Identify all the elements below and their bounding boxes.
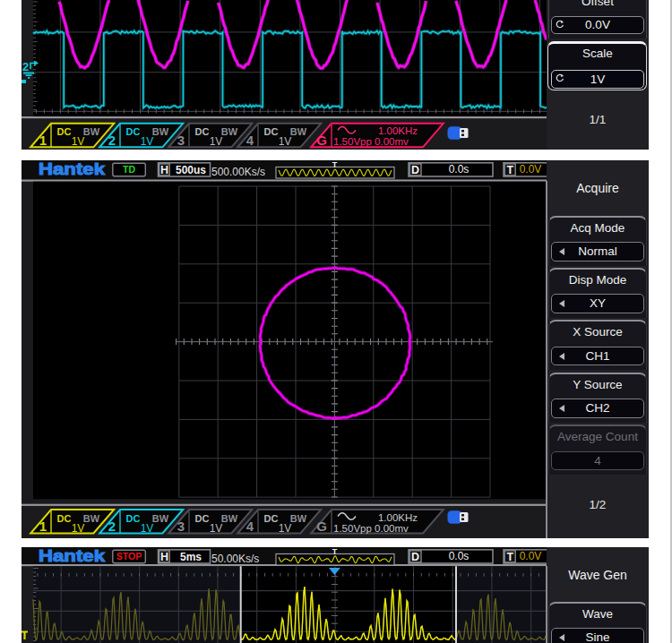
- svg-text:BW: BW: [290, 513, 307, 524]
- svg-text:500us: 500us: [176, 164, 206, 176]
- svg-text:BW: BW: [290, 126, 307, 137]
- svg-text:1V: 1V: [210, 522, 223, 535]
- svg-text:DC: DC: [57, 513, 72, 524]
- svg-text:STOP: STOP: [116, 551, 142, 562]
- svg-text:500.00Ks/s: 500.00Ks/s: [211, 166, 265, 178]
- svg-text:4: 4: [246, 519, 254, 534]
- svg-text:DC: DC: [57, 126, 72, 137]
- svg-text:1.00KHz: 1.00KHz: [378, 125, 418, 136]
- svg-text:T: T: [506, 164, 513, 176]
- svg-text:5ms: 5ms: [180, 551, 202, 563]
- svg-text:1V: 1V: [279, 135, 292, 148]
- svg-text:BW: BW: [83, 513, 100, 524]
- svg-text:1V: 1V: [141, 522, 154, 535]
- svg-text:4: 4: [246, 133, 254, 148]
- svg-text:1V: 1V: [72, 135, 85, 148]
- svg-text:1V: 1V: [279, 522, 292, 535]
- svg-text:DC: DC: [195, 513, 210, 524]
- svg-text:D: D: [411, 551, 419, 563]
- svg-text:3: 3: [177, 519, 185, 534]
- svg-text:1.50Vpp 0.00mv: 1.50Vpp 0.00mv: [333, 523, 409, 534]
- svg-text:2: 2: [108, 133, 116, 148]
- svg-text:Hantek: Hantek: [39, 547, 106, 565]
- svg-text:BW: BW: [221, 126, 238, 137]
- svg-text:TD: TD: [123, 164, 135, 175]
- svg-text:T: T: [332, 547, 338, 556]
- svg-text:Hantek: Hantek: [39, 160, 106, 178]
- svg-text:G: G: [316, 133, 327, 148]
- svg-text:1.00KHz: 1.00KHz: [378, 512, 418, 523]
- svg-text:H: H: [160, 164, 168, 176]
- svg-text:1: 1: [39, 133, 47, 148]
- svg-text:0.0s: 0.0s: [449, 163, 470, 176]
- svg-text:T: T: [506, 551, 513, 563]
- svg-text:DC: DC: [264, 126, 279, 137]
- svg-text:2: 2: [22, 60, 29, 73]
- svg-text:H: H: [160, 551, 168, 563]
- svg-text:1V: 1V: [141, 135, 154, 148]
- svg-text:0.0s: 0.0s: [449, 550, 470, 562]
- svg-text:1.50Vpp 0.00mv: 1.50Vpp 0.00mv: [333, 136, 409, 147]
- svg-text:DC: DC: [264, 513, 279, 524]
- svg-text:1: 1: [39, 519, 47, 534]
- svg-text:BW: BW: [221, 513, 238, 524]
- svg-text:DC: DC: [126, 126, 141, 137]
- svg-text:BW: BW: [83, 126, 100, 137]
- svg-text:1V: 1V: [210, 135, 223, 148]
- svg-text:G: G: [316, 519, 327, 534]
- svg-text:0.0V: 0.0V: [520, 550, 542, 562]
- svg-text:50.00Ks/s: 50.00Ks/s: [211, 553, 259, 565]
- svg-text:BW: BW: [152, 126, 169, 137]
- svg-text:DC: DC: [126, 513, 141, 524]
- svg-text:0.0V: 0.0V: [520, 163, 542, 176]
- svg-text:D: D: [411, 164, 419, 176]
- svg-text:2: 2: [108, 519, 116, 534]
- svg-text:1V: 1V: [72, 522, 85, 535]
- svg-text:DC: DC: [195, 126, 210, 137]
- svg-text:T: T: [332, 160, 338, 169]
- svg-text:3: 3: [177, 133, 185, 148]
- svg-text:BW: BW: [152, 513, 169, 524]
